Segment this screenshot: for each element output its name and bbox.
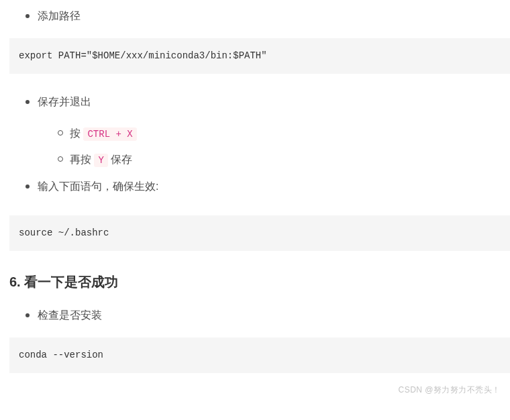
bullet-list: 保存并退出 按 CTRL + X 再按 Y 保存 输入下面语句，确保生效: <box>0 93 510 197</box>
code-block-source: source ~/.bashrc <box>9 215 510 251</box>
code-text: export PATH="$HOME/xxx/miniconda3/bin:$P… <box>19 50 267 61</box>
inline-code-y: Y <box>94 154 107 167</box>
watermark: CSDN @努力努力不秃头！ <box>398 383 501 398</box>
code-text: conda --version <box>19 350 103 360</box>
code-text: source ~/.bashrc <box>19 227 109 238</box>
sub-item-suffix: 保存 <box>108 154 132 165</box>
bullet-list: 添加路径 <box>0 7 510 26</box>
sub-list-item: 再按 Y 保存 <box>70 150 510 170</box>
bullet-list: 检查是否安装 <box>0 306 510 325</box>
list-item: 添加路径 <box>38 7 510 26</box>
code-block-conda: conda --version <box>9 337 510 373</box>
sub-list-item: 按 CTRL + X <box>70 124 510 144</box>
list-item: 输入下面语句，确保生效: <box>38 177 510 197</box>
sub-item-prefix: 再按 <box>70 154 94 165</box>
sub-item-prefix: 按 <box>70 127 83 139</box>
sub-list: 按 CTRL + X 再按 Y 保存 <box>38 124 510 170</box>
article-content: 添加路径 export PATH="$HOME/xxx/miniconda3/b… <box>0 7 510 373</box>
list-item-text: 输入下面语句，确保生效: <box>38 180 158 192</box>
code-block-export: export PATH="$HOME/xxx/miniconda3/bin:$P… <box>9 38 510 74</box>
list-item-text: 保存并退出 <box>38 96 91 107</box>
list-item-text: 添加路径 <box>38 10 81 21</box>
section-heading-6: 6. 看一下是否成功 <box>9 270 510 294</box>
list-item-text: 检查是否安装 <box>38 309 102 321</box>
list-item: 保存并退出 按 CTRL + X 再按 Y 保存 <box>38 93 510 169</box>
list-item: 检查是否安装 <box>38 306 510 325</box>
inline-code-ctrl-x: CTRL + X <box>83 127 136 141</box>
